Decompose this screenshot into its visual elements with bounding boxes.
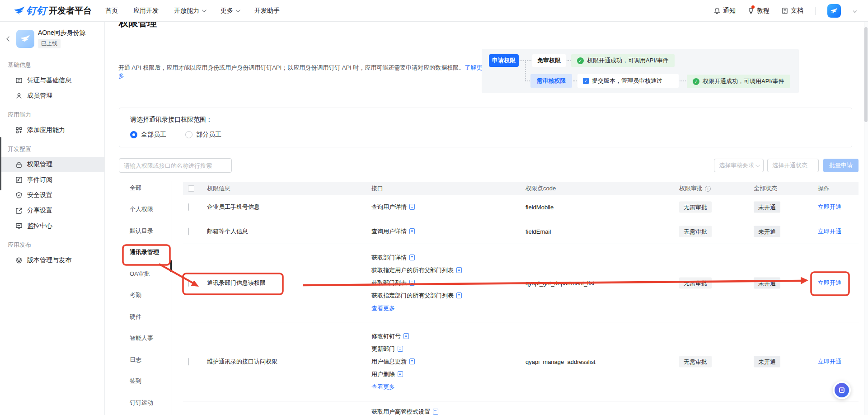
member-icon <box>15 92 23 99</box>
category-default[interactable]: 默认目录 <box>119 220 172 242</box>
radio-icon[interactable] <box>130 131 137 138</box>
section-dev-config: 开发配置 <box>0 138 104 157</box>
section-release: 应用发布 <box>0 234 104 253</box>
api-doc-icon[interactable] <box>456 267 462 273</box>
table-header: 权限信息 接口 权限点code 权限审批 全部状态 操作 <box>183 182 859 195</box>
open-now-link[interactable]: 立即开通 <box>818 227 841 236</box>
open-now-link[interactable]: 立即开通 <box>818 203 841 211</box>
sidebar-item-add-capability[interactable]: 添加应用能力 <box>0 123 104 138</box>
clipboard-icon <box>583 78 589 84</box>
category-all[interactable]: 全部 <box>119 177 172 199</box>
user-avatar[interactable] <box>827 4 841 18</box>
open-now-link[interactable]: 立即开通 <box>818 279 841 287</box>
page-scrollbar[interactable] <box>864 22 868 415</box>
app-header: AOne同步身份源 已上线 <box>0 22 104 54</box>
tutorial-item[interactable]: 教程 <box>747 7 769 15</box>
nav-home[interactable]: 首页 <box>105 7 118 15</box>
add-capability-icon <box>15 127 23 134</box>
section-capabilities: 应用能力 <box>0 104 104 123</box>
filter-status-select[interactable]: 选择开通状态 <box>767 159 819 172</box>
docs-item[interactable]: 文档 <box>781 7 803 15</box>
security-shield-icon <box>15 192 23 199</box>
page-scrollbar-thumb[interactable] <box>864 27 868 122</box>
row-checkbox[interactable] <box>188 279 189 287</box>
assistant-widget[interactable] <box>833 381 851 399</box>
filter-review-select[interactable]: 选择审核要求 <box>714 159 764 172</box>
sidebar-item-share[interactable]: 分享设置 <box>0 203 104 218</box>
sidebar-item-members[interactable]: 成员管理 <box>0 88 104 104</box>
category-addressbook[interactable]: 通讯录管理 <box>119 242 172 264</box>
page-description: 开通 API 权限后，应用才能以应用身份或用户身份调用钉钉API；以应用身份调用… <box>118 64 484 80</box>
search-input[interactable] <box>119 158 232 173</box>
sidebar-scrollbar-thumb[interactable] <box>0 137 1 190</box>
category-scrollbar-thumb[interactable] <box>170 260 172 272</box>
api-doc-icon[interactable] <box>409 228 415 234</box>
row-checkbox[interactable] <box>188 228 189 236</box>
sidebar-item-event-subscribe[interactable]: 事件订阅 <box>0 172 104 188</box>
permission-flow-panel: 申请权限 免审权限 权限开通成功，可调用API/事件 需审核权限 提交版本，管理… <box>482 49 799 93</box>
category-attendance[interactable]: 考勤 <box>119 285 172 307</box>
radio-icon[interactable] <box>185 131 192 138</box>
radio-all-employees[interactable]: 全部员工 <box>130 131 166 139</box>
dingtalk-wing-icon <box>14 5 25 17</box>
apply-permission-button[interactable]: 申请权限 <box>489 54 519 67</box>
table-row: 维护通讯录的接口访问权限 修改钉钉号 更新部门 用户信息更新 用户删除 查看更多… <box>183 322 859 401</box>
batch-apply-button[interactable]: 批量申请 <box>823 159 859 172</box>
category-hr[interactable]: 智能人事 <box>119 328 172 349</box>
nav-more[interactable]: 更多 <box>221 7 239 15</box>
dingtalk-logo[interactable]: 钉钉 开发者平台 <box>14 4 92 18</box>
select-all-checkbox[interactable] <box>188 185 194 192</box>
flow-connector <box>680 80 686 81</box>
app-sidebar: AOne同步身份源 已上线 基础信息 凭证与基础信息 成员管理 应用能力 添加应… <box>0 22 105 415</box>
share-icon <box>15 207 23 214</box>
need-review-node: 需审核权限 <box>530 74 572 88</box>
sidebar-item-security[interactable]: 安全设置 <box>0 188 104 203</box>
dingtalk-wing-icon <box>830 7 838 15</box>
open-now-link[interactable]: 立即开通 <box>818 358 841 366</box>
category-log[interactable]: 日志 <box>119 349 172 371</box>
nav-dev-assistant[interactable]: 开发助手 <box>254 7 280 15</box>
lock-icon <box>15 161 23 168</box>
row-checkbox[interactable] <box>188 358 189 366</box>
category-personal[interactable]: 个人权限 <box>119 199 172 221</box>
status-badge: 未开通 <box>754 278 780 289</box>
sidebar-item-permissions[interactable]: 权限管理 <box>0 157 104 172</box>
chevron-down-icon[interactable] <box>853 9 857 12</box>
api-doc-icon[interactable] <box>409 358 415 364</box>
api-doc-icon[interactable] <box>456 292 462 298</box>
radio-partial-employees[interactable]: 部分员工 <box>185 131 221 139</box>
table-row-annotated: 通讯录部门信息读权限 获取部门详情 获取指定用户的所有父部门列表 获取部门列表 … <box>183 244 859 322</box>
bell-icon <box>713 7 721 14</box>
view-more-link[interactable]: 查看更多 <box>371 383 415 391</box>
nav-open-capability[interactable]: 开放能力 <box>174 7 205 15</box>
flow-connector <box>567 60 571 61</box>
no-review-node: 免审权限 <box>532 54 566 67</box>
api-doc-icon[interactable] <box>409 204 415 210</box>
sidebar-item-version-release[interactable]: 版本管理与发布 <box>0 253 104 268</box>
category-oa[interactable]: OA审批 <box>119 263 172 285</box>
brand-name: 钉钉 <box>26 4 47 18</box>
category-hardware[interactable]: 硬件 <box>119 306 172 328</box>
category-checkin[interactable]: 签到 <box>119 371 172 392</box>
review-badge: 无需审批 <box>679 278 712 289</box>
notification-item[interactable]: 通知 <box>713 7 736 15</box>
info-icon[interactable] <box>705 186 711 192</box>
api-doc-icon[interactable] <box>398 371 403 377</box>
api-doc-icon[interactable] <box>409 280 415 286</box>
api-doc-icon[interactable] <box>404 333 409 339</box>
status-badge: 未开通 <box>754 226 780 237</box>
document-icon <box>781 7 788 14</box>
api-doc-icon[interactable] <box>433 409 438 415</box>
row-checkbox[interactable] <box>188 203 189 211</box>
back-chevron-icon[interactable] <box>6 36 11 41</box>
chevron-down-icon <box>755 163 760 167</box>
category-sport[interactable]: 钉钉运动 <box>119 392 172 414</box>
api-doc-icon[interactable] <box>398 346 403 352</box>
divider <box>815 7 816 15</box>
api-doc-icon[interactable] <box>409 255 415 260</box>
nav-app-dev[interactable]: 应用开发 <box>133 7 159 15</box>
view-more-link[interactable]: 查看更多 <box>371 304 462 312</box>
sidebar-item-credentials[interactable]: 凭证与基础信息 <box>0 73 104 88</box>
sidebar-item-monitor[interactable]: 监控中心 <box>0 218 104 234</box>
check-circle-icon <box>577 57 584 64</box>
